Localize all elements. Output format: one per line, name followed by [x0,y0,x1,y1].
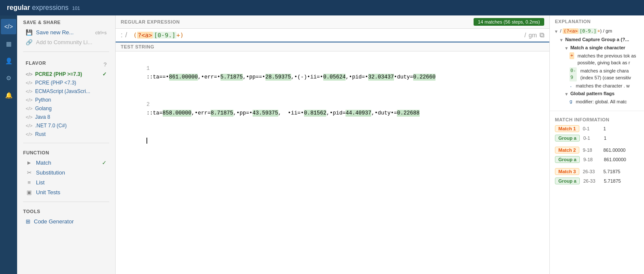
save-share-title: SAVE & SHARE [23,20,109,25]
brand-regular: regular [7,4,30,11]
group-2a-row: Group a 9-18 861.00000 [550,155,644,164]
flavor-dotnet-code-icon: </> [26,123,33,128]
match-1-range: 0-1 [583,126,600,131]
flavor-python[interactable]: </> Python [23,96,109,104]
match-3-badge: Match 3 [555,168,579,175]
icon-bar-code[interactable]: </> [1,19,16,34]
flavor-header: FLAVOR ? [23,59,109,70]
flavor-help-icon[interactable]: ? [104,61,107,68]
exp-flags-arrow: ▼ [564,91,569,97]
match-1-badge: Match 1 [555,125,579,132]
flavor-code-icon: </> [26,72,33,77]
func-list[interactable]: ≡ List [23,178,109,187]
func-substitution[interactable]: ✂ Substitution [23,168,109,178]
line-num-1: 1 [146,66,150,72]
regex-token-close: ) [180,32,183,39]
icon-bar-person[interactable]: 👤 [1,53,16,69]
group-3a-value: 5.71875 [604,178,621,184]
flavor-dotnet[interactable]: </> .NET 7.0 (C#) [23,121,109,130]
test-area[interactable]: 1 ::ta==•861.00000,•err=•5.71875,•pp==•2… [116,51,549,274]
exp-plus-code: + [569,52,574,60]
func-unit-label: Unit Tests [36,189,60,196]
explanation-title: EXPLANATION [550,15,644,26]
line2-s3: ,•pp=• [233,110,253,116]
save-icon: 💾 [26,29,33,36]
flavor-golang-label: Golang [35,105,52,111]
match-hl-2a: 858.00000 [163,110,192,117]
flavor-golang[interactable]: </> Golang [23,104,109,113]
divider-1 [23,51,109,52]
match-hl-1a: 861.00000 [169,74,198,81]
exp-09-item: 0-9 matches a single chara (index 57) (c… [569,67,640,81]
flavor-ecma-code-icon: </> [26,89,33,94]
match-1-value: 1 [603,126,606,131]
flavor-pcre2-label: PCRE2 (PHP >=7.3) [35,71,82,77]
line2-s2: ,•err= [191,110,211,116]
flavor-pcre2[interactable]: </> PCRE2 (PHP >=7.3) ✓ [23,70,109,78]
match-hl-2e: 44.40937 [346,110,371,117]
divider-3 [23,202,109,202]
exp-g-item: g modifier: global. All matc [569,98,640,105]
icon-bar: </> ▦ 👤 ⚙ 🔔 [0,15,17,274]
header: regular expressions 101 [0,0,644,15]
match-2-badge: Match 2 [555,147,579,154]
func-match-check: ✓ [102,160,107,166]
exp-char-details: + matches the previous tok as possible, … [564,52,640,90]
match-2-range: 9-18 [583,148,600,153]
group-3a-range: 26-33 [583,178,600,184]
explanation-section: EXPLANATION ▼ / (?<a>[0-9.]+) / gm ▼ Nam… [550,15,644,111]
center-content: REGULAR EXPRESSION 14 matches (56 steps,… [116,15,550,274]
save-new-item[interactable]: 💾 Save new Re... ctrl+s [23,27,109,37]
exp-arrow-down: ▼ [554,28,558,35]
regex-char-class: [0-9.] [153,32,176,39]
exp-dot-text: matches the character . w [576,82,630,90]
flavor-rust-code-icon: </> [26,132,33,137]
brand-title: regular expressions 101 [7,4,80,12]
line1-static-1: ::ta==• [146,74,169,80]
flavor-java8[interactable]: </> Java 8 [23,113,109,121]
test-line-3 [121,128,544,154]
exp-ng-content: ▼ Match a single character + matches the… [559,44,640,105]
code-generator-item[interactable]: ⊞ Code Generator [23,217,109,226]
exp-flags-header: ▼ Global pattern flags [564,90,640,97]
sidebar: SAVE & SHARE 💾 Save new Re... ctrl+s 🔗 A… [17,15,116,274]
regex-delim-right: / [525,32,526,39]
exp-regex-display: ▼ / (?<a>[0-9.]+) / gm [554,27,640,35]
match-hl-2f: 0.22688 [397,110,420,117]
save-new-shortcut: ctrl+s [95,30,107,35]
match-info-section: MATCH INFORMATION Match 1 0-1 1 Group a … [550,111,644,274]
regex-copy-button[interactable]: ⧉ [540,31,544,39]
match-hl-1d: 0.05624 [323,74,346,81]
group-1a-value: 1 [604,135,606,141]
func-unit-tests[interactable]: ▣ Unit Tests [23,187,109,197]
brand-num: 101 [72,6,80,11]
exp-flags-label: Global pattern flags [570,90,614,97]
cursor [146,138,151,144]
match-hl-1b: 5.71875 [221,74,243,81]
regex-status: 14 matches (56 steps, 0.2ms) [474,18,544,26]
match-1-row: Match 1 0-1 1 [550,124,644,133]
icon-bar-bell[interactable]: 🔔 [1,87,16,103]
regex-expression[interactable]: ( ?<a> [0-9.] + ) [130,32,522,39]
icon-bar-chart[interactable]: ▦ [1,36,16,51]
flavor-pcre[interactable]: </> PCRE (PHP <7.3) [23,78,109,87]
group-3a-row: Group a 26-33 5.71875 [550,176,644,186]
flavor-title: FLAVOR [26,60,46,66]
match-hl-2d: 0.81562 [304,110,327,117]
right-panel: EXPLANATION ▼ / (?<a>[0-9.]+) / gm ▼ Nam… [550,15,644,274]
group-2a-value: 861.00000 [604,157,626,162]
match-hl-1c: 28.59375 [265,74,291,81]
regex-token-open: ( [133,32,137,39]
flavor-rust[interactable]: </> Rust [23,130,109,139]
explanation-content: ▼ / (?<a>[0-9.]+) / gm ▼ Named Capture G… [550,26,644,111]
icon-bar-settings[interactable]: ⚙ [1,70,16,86]
exp-named-group: ▼ Named Capture Group a (?... [559,36,640,43]
settings-icon: ⚙ [6,75,12,81]
line2-s6: ,•duty•= [371,110,397,116]
line2-s4: , •ii=• [278,110,304,116]
func-match[interactable]: ► Match ✓ [23,158,109,168]
flavor-ecmascript[interactable]: </> ECMAScript (JavaScri... [23,87,109,96]
match-3-range: 26-33 [583,169,600,174]
tools-section: TOOLS ⊞ Code Generator [17,205,115,228]
match-3-row: Match 3 26-33 5.71875 [550,167,644,176]
